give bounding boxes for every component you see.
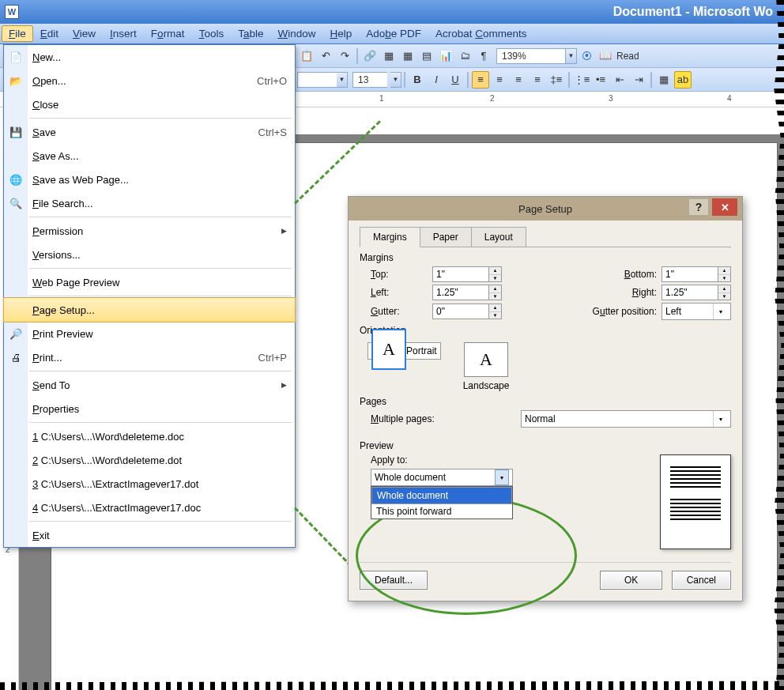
menu-item-label: 3 C:\Users\...\ExtractImagever17.dot <box>28 478 287 490</box>
margins-group-label: Margins <box>360 252 731 263</box>
file-menu-item[interactable]: Web Page Preview <box>4 270 295 294</box>
menu-insert[interactable]: Insert <box>103 25 144 42</box>
align-center-button[interactable]: ≡ <box>491 71 508 89</box>
read-label[interactable]: Read <box>616 51 639 62</box>
toolbar-icon[interactable]: 🔗 <box>361 47 379 65</box>
top-spinner[interactable]: ▲▼ <box>432 266 502 282</box>
ruler-mark: 4 <box>727 94 732 103</box>
file-menu-item[interactable]: 3 C:\Users\...\ExtractImagever17.dot <box>4 472 295 496</box>
menu-item-label: Permission <box>28 225 281 237</box>
menu-edit[interactable]: Edit <box>33 25 66 42</box>
ok-button[interactable]: OK <box>600 571 662 590</box>
border-button[interactable]: ▦ <box>655 71 673 89</box>
file-menu-item[interactable]: 🖨Print...Ctrl+P <box>4 345 295 369</box>
file-menu-item[interactable]: Exit <box>4 523 295 547</box>
toolbar-icon[interactable]: 🗂 <box>456 47 473 65</box>
file-menu-item[interactable]: Close <box>4 92 295 116</box>
font-size-combo[interactable]: 13 <box>352 72 387 88</box>
menu-tools[interactable]: Tools <box>192 25 232 42</box>
left-spinner[interactable]: ▲▼ <box>432 285 502 300</box>
file-menu-item[interactable]: Versions... <box>4 243 295 266</box>
file-menu-item[interactable]: 🔎Print Preview <box>4 322 295 345</box>
menu-item-label: Send To <box>28 379 281 391</box>
italic-button[interactable]: I <box>428 71 445 89</box>
orientation-portrait[interactable]: A Portrait <box>368 342 441 360</box>
menu-item-icon: 🖨 <box>4 345 28 369</box>
toolbar-icon[interactable]: 📋 <box>298 47 315 65</box>
cancel-button[interactable]: Cancel <box>672 571 731 590</box>
file-menu-item[interactable]: 2 C:\Users\...\Word\deleteme.dot <box>4 448 295 472</box>
file-menu-item[interactable]: Permission <box>4 219 295 243</box>
file-menu-item[interactable]: Page Setup... <box>3 297 296 322</box>
font-combo[interactable] <box>297 72 337 88</box>
font-size-arrow[interactable]: ▼ <box>390 72 401 88</box>
orientation-landscape[interactable]: A Landscape <box>463 342 510 391</box>
menu-adobe-pdf[interactable]: Adobe PDF <box>359 25 428 42</box>
multi-pages-select[interactable]: Normal▾ <box>521 410 731 428</box>
file-menu-item[interactable]: 📄New... <box>4 45 295 69</box>
menu-item-shortcut: Ctrl+O <box>257 75 287 87</box>
align-left-button[interactable]: ≡ <box>472 71 489 89</box>
apply-option-forward[interactable]: This point forward <box>371 504 512 518</box>
toolbar-icon[interactable]: ▦ <box>380 47 398 65</box>
orientation-label: Orientation <box>360 325 731 336</box>
menu-item-label: Save as Web Page... <box>28 174 287 186</box>
bottom-spinner[interactable]: ▲▼ <box>662 266 731 282</box>
file-menu-item[interactable]: Save As... <box>4 144 295 168</box>
numbered-list-button[interactable]: ⋮≡ <box>573 71 590 89</box>
highlight-button[interactable]: ab <box>674 71 692 89</box>
dialog-help-button[interactable]: ? <box>688 198 709 216</box>
file-menu-item[interactable]: 🌐Save as Web Page... <box>4 168 295 191</box>
apply-to-select[interactable]: Whole document▾ <box>371 469 513 486</box>
menu-acrobat-comments[interactable]: Acrobat Comments <box>428 25 534 42</box>
menu-item-label: Close <box>28 99 287 111</box>
menu-help[interactable]: Help <box>322 25 359 42</box>
toolbar-icon[interactable]: ↷ <box>336 47 353 65</box>
file-menu-item[interactable]: 📂Open...Ctrl+O <box>4 69 295 92</box>
indent-button[interactable]: ⇥ <box>630 71 647 89</box>
gutter-label: Gutter: <box>371 306 432 317</box>
menu-format[interactable]: Format <box>144 25 192 42</box>
tab-layout[interactable]: Layout <box>471 227 526 247</box>
file-menu-item[interactable]: 🔍File Search... <box>4 191 295 215</box>
bold-button[interactable]: B <box>409 71 426 89</box>
toolbar-icon[interactable]: ▤ <box>418 47 435 65</box>
file-menu-item[interactable]: Send To <box>4 373 295 397</box>
menu-view[interactable]: View <box>66 25 103 42</box>
file-menu-item[interactable]: 4 C:\Users\...\ExtractImagever17.doc <box>4 496 295 519</box>
align-right-button[interactable]: ≡ <box>510 71 527 89</box>
toolbar-icon[interactable]: ▦ <box>399 47 416 65</box>
gutter-pos-select[interactable]: Left▾ <box>662 303 731 320</box>
zoom-combo[interactable]: 139% <box>496 48 566 64</box>
right-spinner[interactable]: ▲▼ <box>662 285 731 300</box>
underline-button[interactable]: U <box>447 71 464 89</box>
dialog-title-bar: Page Setup ? ✕ <box>349 197 742 221</box>
toolbar-icon[interactable]: 📊 <box>437 47 454 65</box>
dialog-close-button[interactable]: ✕ <box>712 198 737 216</box>
toolbar-icon[interactable]: ¶ <box>475 47 492 65</box>
outdent-button[interactable]: ⇤ <box>611 71 628 89</box>
help-icon[interactable]: ⦿ <box>578 47 595 65</box>
tab-paper[interactable]: Paper <box>420 227 472 247</box>
file-menu-item[interactable]: 1 C:\Users\...\Word\deleteme.doc <box>4 424 295 448</box>
apply-option-whole[interactable]: Whole document <box>371 487 512 504</box>
menu-table[interactable]: Table <box>231 25 270 42</box>
toolbar-icon[interactable]: ↶ <box>317 47 334 65</box>
line-spacing-button[interactable]: ‡≡ <box>548 71 565 89</box>
gutter-spinner[interactable]: ▲▼ <box>432 304 502 319</box>
align-justify-button[interactable]: ≡ <box>529 71 546 89</box>
font-dropdown-arrow[interactable]: ▼ <box>337 72 348 88</box>
menu-window[interactable]: Window <box>270 25 322 42</box>
file-menu-item[interactable]: 💾SaveCtrl+S <box>4 120 295 144</box>
tab-margins[interactable]: Margins <box>360 227 420 247</box>
file-menu-item[interactable]: Properties <box>4 397 295 420</box>
default-button[interactable]: Default... <box>360 571 428 590</box>
menu-item-icon <box>4 298 28 322</box>
zoom-dropdown-arrow[interactable]: ▼ <box>566 48 577 64</box>
menu-item-icon: 💾 <box>4 120 28 144</box>
menu-file[interactable]: File <box>2 25 33 42</box>
read-icon[interactable]: 📖 <box>597 47 614 65</box>
left-label: Left: <box>371 287 432 298</box>
menu-item-icon <box>4 144 28 168</box>
bullet-list-button[interactable]: •≡ <box>592 71 609 89</box>
